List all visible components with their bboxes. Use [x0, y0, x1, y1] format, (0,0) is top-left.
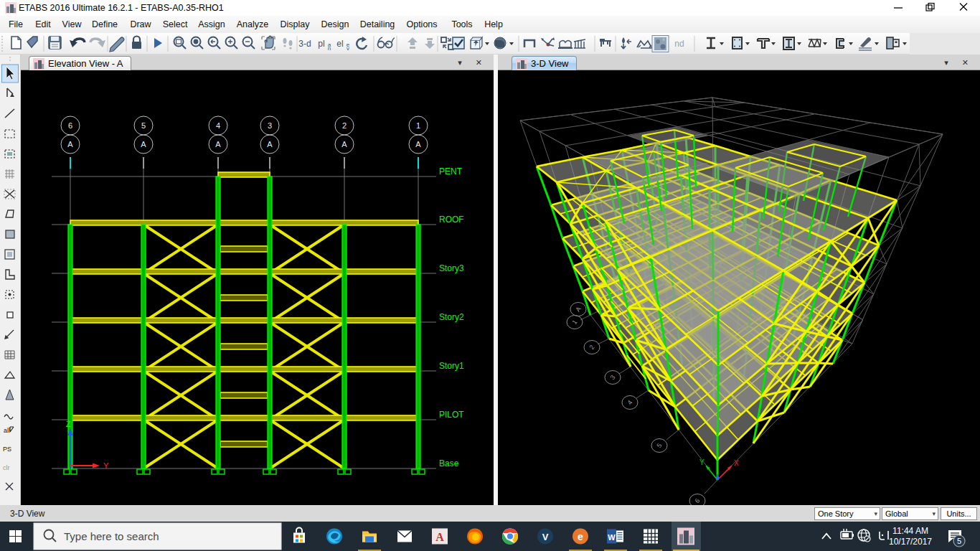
svg-text:Story1: Story1	[439, 361, 464, 371]
svg-text:11:44 AM: 11:44 AM	[892, 526, 928, 536]
svg-text:A: A	[415, 140, 421, 149]
svg-text:3: 3	[608, 374, 616, 381]
svg-text:2: 2	[342, 121, 347, 130]
svg-text:A: A	[141, 140, 146, 149]
svg-text:V: V	[542, 532, 549, 542]
svg-text:W: W	[608, 533, 616, 542]
svg-text:4: 4	[626, 399, 633, 406]
svg-text:nd: nd	[674, 39, 684, 49]
svg-text:A: A	[341, 140, 347, 149]
svg-text:v: v	[347, 45, 349, 52]
svg-text:PENT: PENT	[439, 166, 463, 176]
svg-text:PILOT: PILOT	[439, 410, 464, 420]
svg-text:el: el	[336, 39, 343, 49]
svg-text:6: 6	[68, 121, 72, 130]
svg-text:1: 1	[570, 319, 578, 326]
svg-text:Y: Y	[103, 461, 109, 470]
svg-text:2: 2	[588, 344, 595, 351]
svg-text:Base: Base	[439, 458, 459, 468]
svg-text:3-d: 3-d	[298, 39, 311, 49]
svg-text:6: 6	[693, 497, 701, 504]
svg-text:clr: clr	[3, 464, 10, 471]
svg-text:ROOF: ROOF	[439, 215, 464, 225]
svg-text:X: X	[734, 459, 739, 467]
svg-text:n: n	[328, 45, 331, 52]
svg-text:e: e	[578, 531, 583, 542]
svg-text:1: 1	[416, 121, 420, 130]
svg-text:A: A	[267, 140, 273, 149]
svg-text:10/17/2017: 10/17/2017	[889, 537, 932, 547]
svg-text:4: 4	[216, 121, 220, 130]
svg-text:5: 5	[957, 537, 961, 545]
svg-text:A: A	[574, 306, 583, 314]
svg-text:5: 5	[141, 121, 146, 130]
svg-text:5: 5	[655, 442, 663, 449]
svg-text:3: 3	[268, 121, 272, 130]
svg-text:A: A	[67, 140, 73, 149]
svg-text:Type here to search: Type here to search	[64, 530, 159, 542]
svg-text:PS: PS	[3, 446, 11, 453]
svg-text:Y: Y	[699, 458, 705, 466]
svg-text:Story3: Story3	[439, 263, 464, 273]
svg-text:pl: pl	[318, 39, 324, 49]
svg-text:all: all	[4, 427, 10, 434]
svg-text:Z: Z	[66, 420, 71, 428]
svg-text:Story2: Story2	[439, 312, 464, 322]
svg-text:A: A	[435, 531, 444, 543]
svg-text:A: A	[215, 140, 221, 149]
